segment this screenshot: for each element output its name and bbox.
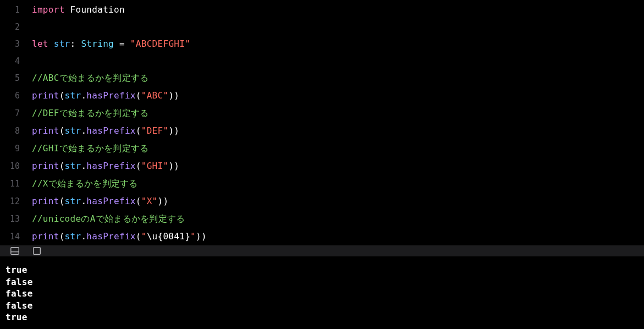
- line-number: 6: [0, 87, 32, 104]
- code-content: print(str.hasPrefix("\u{0041}")): [32, 228, 207, 245]
- code-content: print(str.hasPrefix("DEF")): [32, 122, 179, 140]
- line-number: 12: [0, 193, 32, 210]
- line-number: 10: [0, 158, 32, 174]
- code-line[interactable]: 5//ABCで始まるかを判定する: [0, 69, 644, 87]
- svg-rect-0: [11, 248, 19, 255]
- line-number: 7: [0, 105, 32, 122]
- code-content: print(str.hasPrefix("GHI")): [32, 157, 179, 175]
- output-line: true: [5, 264, 639, 276]
- code-content: //DEFで始まるかを判定する: [32, 105, 149, 122]
- code-content: //ABCで始まるかを判定する: [32, 69, 149, 87]
- line-number: 5: [0, 70, 32, 86]
- code-line[interactable]: 7//DEFで始まるかを判定する: [0, 105, 644, 122]
- output-line: false: [5, 288, 639, 300]
- code-line[interactable]: 12print(str.hasPrefix("X")): [0, 193, 644, 210]
- code-content: //GHIで始まるかを判定する: [32, 140, 149, 157]
- code-line[interactable]: 2: [0, 19, 644, 35]
- code-line[interactable]: 10print(str.hasPrefix("GHI")): [0, 157, 644, 175]
- code-line[interactable]: 13//unicodeのAで始まるかを判定する: [0, 210, 644, 228]
- code-line[interactable]: 1import Foundation: [0, 1, 644, 19]
- line-number: 8: [0, 123, 32, 139]
- console-toolbar: [0, 245, 644, 256]
- console-output: truefalsefalsefalsetrue: [0, 256, 644, 329]
- code-line[interactable]: 3let str: String = "ABCDEFGHI": [0, 35, 644, 53]
- line-number: 9: [0, 140, 32, 157]
- code-editor[interactable]: 1import Foundation23let str: String = "A…: [0, 0, 644, 245]
- code-line[interactable]: 8print(str.hasPrefix("DEF")): [0, 122, 644, 140]
- output-line: false: [5, 300, 639, 312]
- output-line: false: [5, 276, 639, 288]
- line-number: 11: [0, 176, 32, 192]
- panel-square-icon[interactable]: [32, 246, 42, 256]
- line-number: 13: [0, 211, 32, 227]
- line-number: 2: [0, 19, 32, 35]
- code-content: //Xで始まるかを判定する: [32, 175, 138, 193]
- code-content: import Foundation: [32, 1, 125, 19]
- line-number: 14: [0, 228, 32, 245]
- line-number: 4: [0, 53, 32, 69]
- code-content: //unicodeのAで始まるかを判定する: [32, 210, 185, 228]
- code-line[interactable]: 9//GHIで始まるかを判定する: [0, 140, 644, 157]
- line-number: 1: [0, 2, 32, 18]
- line-number: 3: [0, 36, 32, 52]
- code-line[interactable]: 4: [0, 53, 644, 69]
- panel-bottom-icon[interactable]: [10, 246, 20, 256]
- output-line: true: [5, 311, 639, 323]
- code-content: print(str.hasPrefix("X")): [32, 193, 168, 210]
- code-content: let str: String = "ABCDEFGHI": [32, 35, 190, 53]
- code-content: print(str.hasPrefix("ABC")): [32, 87, 179, 105]
- code-line[interactable]: 6print(str.hasPrefix("ABC")): [0, 87, 644, 105]
- code-line[interactable]: 11//Xで始まるかを判定する: [0, 175, 644, 193]
- svg-rect-2: [34, 248, 41, 255]
- code-line[interactable]: 14print(str.hasPrefix("\u{0041}")): [0, 228, 644, 245]
